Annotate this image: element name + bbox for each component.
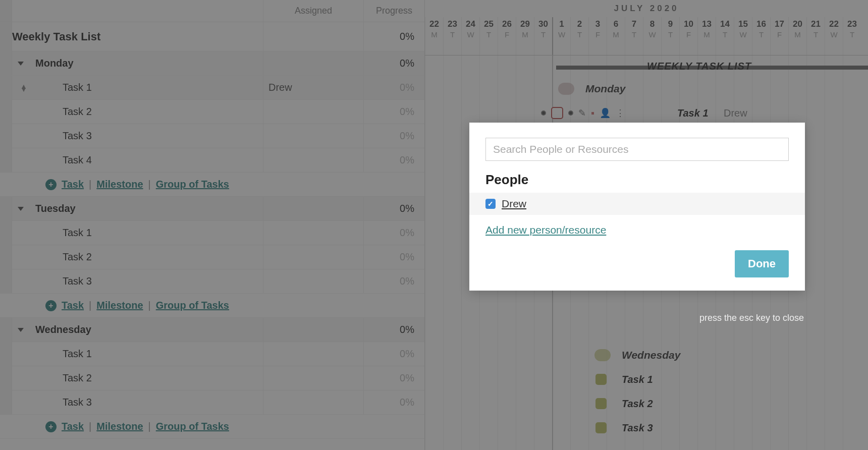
person-row-drew[interactable]: ✓ Drew — [469, 193, 805, 215]
add-person-link[interactable]: Add new person/resource — [485, 224, 606, 236]
person-name-link[interactable]: Drew — [502, 198, 526, 210]
search-people-input[interactable] — [485, 138, 789, 161]
checkbox-checked-icon[interactable]: ✓ — [485, 199, 496, 209]
esc-hint-text: press the esc key to close — [469, 313, 805, 323]
people-section-header: People — [485, 172, 789, 188]
done-button[interactable]: Done — [735, 250, 789, 277]
assign-people-modal: People ✓ Drew Add new person/resource Do… — [469, 123, 805, 291]
